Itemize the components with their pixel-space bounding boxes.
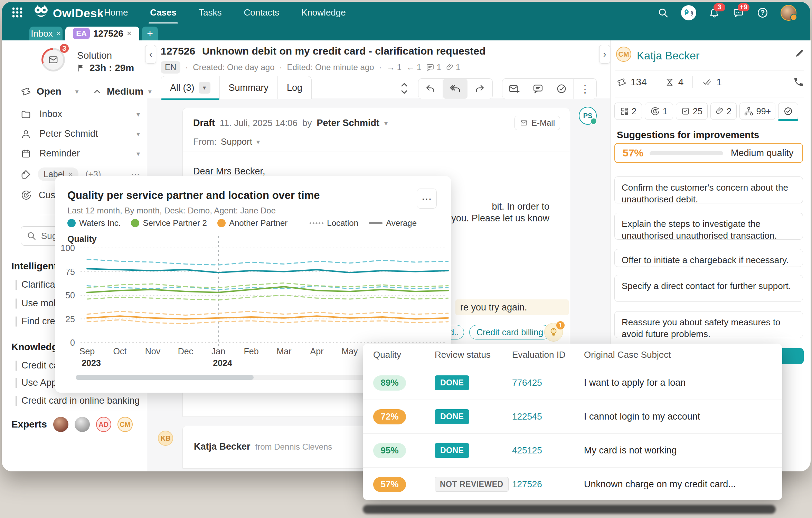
nav-contacts[interactable]: Contacts xyxy=(242,7,281,18)
suggestion-item[interactable]: Reassure you about safety measures to av… xyxy=(614,311,803,338)
paperclip-icon xyxy=(446,63,454,71)
message-author[interactable]: Peter Schmidt xyxy=(317,118,380,128)
brand-name[interactable]: OwlDesk xyxy=(53,7,104,20)
column-header[interactable]: Quality xyxy=(373,349,435,360)
collapse-right-panel-button[interactable]: › xyxy=(599,45,610,64)
tab-case-127526[interactable]: EA 127526 × xyxy=(65,27,139,40)
legend-item[interactable]: Another Partner xyxy=(217,218,287,228)
close-icon[interactable]: × xyxy=(127,29,132,38)
sidebar-item-label: Inbox xyxy=(39,109,62,119)
reply-button[interactable] xyxy=(418,79,443,99)
help-icon[interactable]: ? xyxy=(756,7,769,19)
sidebar-item-reminder[interactable]: Reminder ▾ xyxy=(21,148,140,159)
tab-all[interactable]: All (3) ▾ xyxy=(161,76,220,99)
channel-chip[interactable]: E-Mail xyxy=(514,116,560,130)
user-avatar[interactable] xyxy=(781,5,796,21)
chevron-down-icon[interactable]: ▾ xyxy=(199,82,210,94)
tab-summary[interactable]: Summary xyxy=(220,76,278,99)
list-item[interactable]: Credit card in online banking xyxy=(16,395,140,406)
legend-item[interactable]: Location xyxy=(310,218,358,228)
expert-avatar[interactable]: AD xyxy=(96,417,111,432)
messages-icon[interactable]: +9 xyxy=(732,7,745,19)
list-item[interactable]: Use mobi xyxy=(16,298,61,309)
objectives-icon xyxy=(21,190,32,201)
nav-cases[interactable]: Cases xyxy=(148,7,179,18)
evaluation-id-link[interactable]: 127526 xyxy=(512,479,584,490)
assistant-owl-icon[interactable] xyxy=(681,5,696,20)
sidebar-item-inbox[interactable]: Inbox ▾ xyxy=(21,109,140,119)
sidebar-item-assignee[interactable]: Peter Schmidt ▾ xyxy=(21,128,140,139)
nav-knowledge[interactable]: Knowledge xyxy=(299,7,348,18)
column-header[interactable]: Review status xyxy=(435,349,512,360)
reply-all-button[interactable] xyxy=(443,79,468,99)
suggested-label-chip[interactable]: Credit card billing xyxy=(469,325,550,339)
table-row[interactable]: 89% DONE 776425 I want to apply for a lo… xyxy=(363,366,782,400)
done-stat[interactable]: 1 xyxy=(702,77,722,88)
scrollbar-thumb[interactable] xyxy=(76,375,254,380)
tab-attachments[interactable]: 2 xyxy=(710,103,737,120)
chevron-down-icon: ▾ xyxy=(136,150,140,158)
new-tab-button[interactable]: + xyxy=(142,27,158,40)
notifications-bell-icon[interactable]: 3 xyxy=(708,7,720,19)
table-row[interactable]: 72% DONE 122545 I cannot login to my acc… xyxy=(363,400,782,434)
legend-item[interactable]: Service Partner 2 xyxy=(131,218,207,228)
suggestion-item[interactable]: Confirm the customer's concern about the… xyxy=(614,176,803,203)
legend-item[interactable]: Average xyxy=(369,218,417,228)
resolve-button[interactable] xyxy=(550,79,574,99)
phone-icon[interactable] xyxy=(793,76,804,87)
suggestion-item[interactable]: Specify a direct contact for further sup… xyxy=(614,275,803,302)
sla-timer-value: 23h : 29m xyxy=(89,63,134,74)
collapse-left-panel-button[interactable]: ‹ xyxy=(145,45,156,64)
experts-label: Experts xyxy=(11,419,47,430)
new-email-button[interactable] xyxy=(502,79,526,99)
table-row[interactable]: 57% NOT REVIEWED 127526 Unknown charge o… xyxy=(363,468,782,500)
close-icon[interactable]: × xyxy=(56,29,61,38)
column-header[interactable]: Evaluation ID xyxy=(512,349,584,360)
chevron-down-icon[interactable]: ▾ xyxy=(384,119,388,127)
column-header[interactable]: Original Case Subject xyxy=(584,349,782,360)
author-avatar[interactable]: PS xyxy=(579,107,597,125)
legend-item[interactable]: Waters Inc. xyxy=(67,218,121,228)
tab-tasks[interactable]: 25 xyxy=(676,103,708,120)
priority-select[interactable]: Medium ▾ xyxy=(92,86,152,97)
list-item[interactable]: Clarificati xyxy=(16,279,60,290)
chart-menu-icon[interactable]: ⋯ xyxy=(417,189,437,209)
svg-text:0: 0 xyxy=(70,338,75,347)
reply-author-avatar[interactable]: KB xyxy=(158,431,173,446)
expert-avatar[interactable] xyxy=(53,417,68,432)
expand-collapse-sort-icon[interactable] xyxy=(398,81,410,96)
svg-text:Feb: Feb xyxy=(244,346,258,356)
edit-contact-pencil-icon[interactable] xyxy=(794,48,805,58)
expert-avatar[interactable]: CM xyxy=(117,417,133,432)
suggestion-bulb-icon[interactable]: 1 xyxy=(544,323,563,342)
labels-stat[interactable]: 134 xyxy=(617,77,647,88)
list-item-label: Credit card in online banking xyxy=(21,395,140,406)
nav-home[interactable]: Home xyxy=(102,7,130,18)
evaluation-id-link[interactable]: 425125 xyxy=(512,445,584,456)
table-row[interactable]: 95% DONE 425125 My card is not working xyxy=(363,434,782,468)
status-select[interactable]: Open ▾ xyxy=(21,86,79,97)
forward-button[interactable] xyxy=(468,79,492,99)
list-item[interactable]: Find cred xyxy=(16,316,60,327)
tab-related[interactable]: 99+ xyxy=(739,103,775,120)
search-icon[interactable] xyxy=(657,7,669,19)
more-actions-kebab-icon[interactable]: ⋮ xyxy=(574,79,596,99)
tab-quality-active[interactable] xyxy=(778,103,798,120)
evaluation-id-link[interactable]: 776425 xyxy=(512,377,584,388)
suggestion-item[interactable]: Explain the steps to investigate the una… xyxy=(614,213,803,240)
suggestion-item[interactable]: Offer to initiate a chargeback if necess… xyxy=(614,249,803,267)
evaluation-id-link[interactable]: 122545 xyxy=(512,411,584,422)
contact-name[interactable]: Katja Becker xyxy=(637,49,699,62)
waiting-stat[interactable]: 4 xyxy=(665,77,684,88)
nav-tasks[interactable]: Tasks xyxy=(197,7,224,18)
comment-button[interactable] xyxy=(526,79,550,99)
tab-inbox[interactable]: Inbox × xyxy=(29,27,63,40)
tab-objectives[interactable]: 1 xyxy=(645,103,673,120)
contact-avatar[interactable]: CM xyxy=(616,47,631,62)
from-row[interactable]: From: Support ▾ xyxy=(193,136,260,147)
tab-log[interactable]: Log xyxy=(278,76,311,99)
list-item-label: Clarificati xyxy=(21,279,60,290)
apps-grid-icon[interactable] xyxy=(11,7,23,18)
tab-overview[interactable]: 2 xyxy=(614,103,642,120)
expert-avatar[interactable] xyxy=(75,417,90,432)
